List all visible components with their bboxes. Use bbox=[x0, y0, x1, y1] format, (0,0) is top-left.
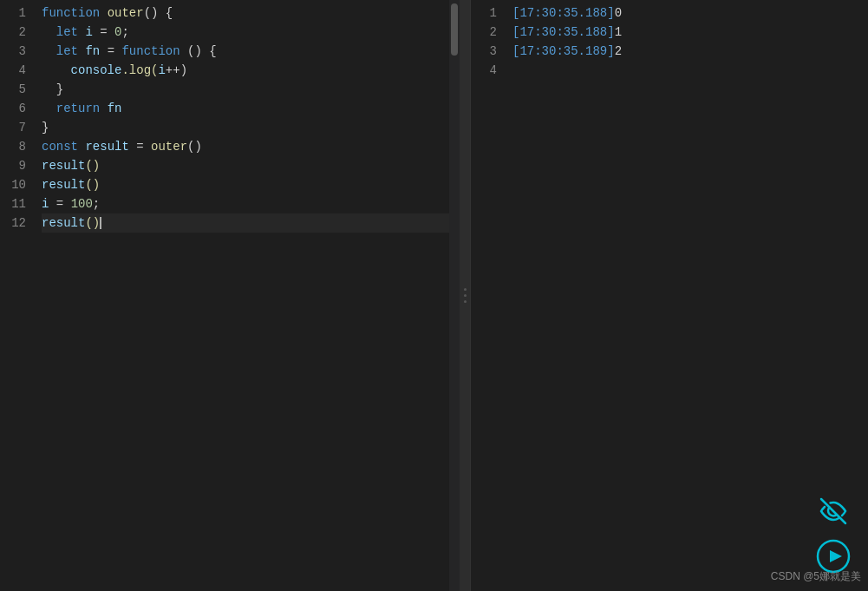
code-token: ++) bbox=[166, 61, 187, 80]
console-panel: 1234 [17:30:35.188] 0[17:30:35.188] 1[17… bbox=[470, 0, 868, 591]
line-number: 11 bbox=[0, 194, 26, 213]
code-token: result bbox=[42, 156, 85, 175]
code-line: let fn = function () { bbox=[42, 42, 449, 61]
console-line-number: 4 bbox=[471, 61, 497, 80]
code-token: () bbox=[187, 137, 202, 156]
code-token: ; bbox=[93, 194, 100, 213]
code-token: result bbox=[42, 213, 85, 233]
console-value: 0 bbox=[615, 3, 622, 23]
divider-dot bbox=[464, 288, 467, 291]
code-token: = bbox=[129, 137, 151, 156]
code-token: i bbox=[158, 61, 165, 80]
divider-dot bbox=[464, 294, 467, 297]
line-number: 4 bbox=[0, 61, 26, 80]
line-numbers: 123456789101112 bbox=[0, 0, 35, 591]
code-token: () bbox=[85, 175, 100, 194]
code-token: 0 bbox=[114, 23, 121, 42]
code-line: console.log(i++) bbox=[42, 61, 449, 80]
code-line: let i = 0; bbox=[42, 23, 449, 42]
code-token: = bbox=[100, 42, 121, 61]
code-token: () bbox=[85, 156, 100, 175]
code-token: () bbox=[85, 213, 100, 233]
code-token: let bbox=[42, 23, 85, 42]
console-value: 2 bbox=[615, 42, 622, 61]
console-timestamp: [17:30:35.188] bbox=[512, 23, 615, 42]
code-token: ; bbox=[121, 23, 128, 42]
line-number: 3 bbox=[0, 42, 26, 61]
code-token: result bbox=[85, 137, 128, 156]
code-content[interactable]: function outer() { let i = 0; let fn = f… bbox=[35, 0, 449, 591]
code-token: function bbox=[42, 3, 108, 23]
console-content: [17:30:35.188] 0[17:30:35.188] 1[17:30:3… bbox=[506, 0, 861, 591]
code-token: () { bbox=[180, 42, 217, 61]
code-token: result bbox=[42, 175, 85, 194]
code-token: .log( bbox=[121, 61, 158, 80]
console-value: 1 bbox=[615, 23, 622, 42]
code-line: function outer() { bbox=[42, 3, 449, 23]
code-token: 100 bbox=[71, 194, 93, 213]
code-token: function bbox=[121, 42, 179, 61]
code-token: = bbox=[93, 23, 114, 42]
console-output-line: [17:30:35.189] 2 bbox=[512, 42, 861, 61]
panel-divider[interactable] bbox=[460, 0, 470, 591]
code-token: console bbox=[42, 61, 121, 80]
console-line-number: 2 bbox=[471, 23, 497, 42]
code-area: 123456789101112 function outer() { let i… bbox=[0, 0, 460, 591]
code-token: () { bbox=[144, 3, 173, 23]
line-number: 2 bbox=[0, 23, 26, 42]
code-token: outer bbox=[108, 3, 144, 23]
code-token: } bbox=[42, 80, 63, 99]
code-token: } bbox=[42, 118, 49, 137]
code-token: const bbox=[42, 137, 85, 156]
line-number: 8 bbox=[0, 137, 26, 156]
divider-dot bbox=[464, 300, 467, 303]
text-cursor bbox=[100, 217, 101, 229]
line-number: 7 bbox=[0, 118, 26, 137]
code-line: } bbox=[42, 80, 449, 99]
code-token: i bbox=[42, 194, 49, 213]
editor-scrollbar[interactable] bbox=[449, 0, 460, 591]
code-line: i = 100; bbox=[42, 194, 449, 213]
line-number: 6 bbox=[0, 99, 26, 118]
code-token: outer bbox=[151, 137, 187, 156]
editor-panel: 123456789101112 function outer() { let i… bbox=[0, 0, 460, 591]
console-timestamp: [17:30:35.188] bbox=[512, 3, 615, 23]
console-output-line: [17:30:35.188] 1 bbox=[512, 23, 861, 42]
console-scrollbar[interactable] bbox=[861, 0, 868, 591]
code-token: i bbox=[85, 23, 92, 42]
play-icon[interactable] bbox=[816, 539, 851, 574]
code-token: = bbox=[49, 194, 70, 213]
console-output-line: [17:30:35.188] 0 bbox=[512, 3, 861, 23]
code-line: return fn bbox=[42, 99, 449, 118]
console-line-number: 1 bbox=[471, 3, 497, 23]
code-token: fn bbox=[108, 99, 122, 118]
code-token: let bbox=[42, 42, 85, 61]
line-number: 10 bbox=[0, 175, 26, 194]
code-line: result() bbox=[42, 213, 449, 233]
code-line: const result = outer() bbox=[42, 137, 449, 156]
scroll-thumb[interactable] bbox=[451, 3, 458, 56]
code-line: } bbox=[42, 118, 449, 137]
line-number: 9 bbox=[0, 156, 26, 175]
eye-off-icon[interactable] bbox=[816, 494, 851, 529]
bottom-icons bbox=[816, 494, 851, 574]
line-number: 1 bbox=[0, 3, 26, 23]
code-token: fn bbox=[85, 42, 100, 61]
svg-marker-1 bbox=[830, 550, 842, 562]
code-line: result() bbox=[42, 156, 449, 175]
code-token: return bbox=[42, 99, 108, 118]
console-line-numbers: 1234 bbox=[471, 0, 506, 591]
line-number: 12 bbox=[0, 213, 26, 233]
console-line-number: 3 bbox=[471, 42, 497, 61]
console-timestamp: [17:30:35.189] bbox=[512, 42, 615, 61]
watermark: CSDN @5娜就是美 bbox=[771, 569, 861, 584]
code-line: result() bbox=[42, 175, 449, 194]
console-area: 1234 [17:30:35.188] 0[17:30:35.188] 1[17… bbox=[471, 0, 868, 591]
line-number: 5 bbox=[0, 80, 26, 99]
